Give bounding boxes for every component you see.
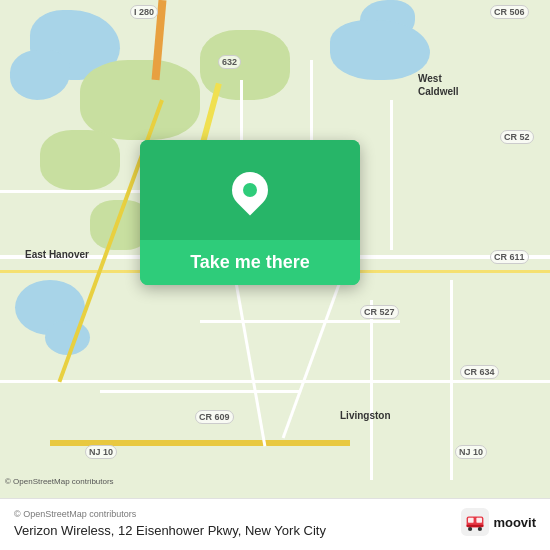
location-pin	[232, 172, 268, 208]
moovit-icon	[461, 508, 489, 536]
pin-circle	[225, 165, 276, 216]
moovit-text: moovit	[493, 515, 536, 530]
svg-rect-2	[468, 518, 474, 523]
road-label-cr611: CR 611	[490, 250, 529, 264]
road-label-nj10-2: NJ 10	[455, 445, 487, 459]
road-label-632: 632	[218, 55, 241, 69]
park-area	[80, 60, 200, 140]
road-label-cr634: CR 634	[460, 365, 499, 379]
road-label-nj10-1: NJ 10	[85, 445, 117, 459]
svg-rect-6	[467, 525, 484, 527]
map-container: I 280 632 CR 506 CR 613 CR 52 CR 527 CR …	[0, 0, 550, 550]
road-label-cr527: CR 527	[360, 305, 399, 319]
road-label-cr506: CR 506	[490, 5, 529, 19]
park-area	[40, 130, 120, 190]
bottom-bar: © OpenStreetMap contributors Verizon Wir…	[0, 498, 550, 550]
take-me-there-button[interactable]: Take me there	[190, 252, 310, 273]
card-map-area	[140, 140, 360, 240]
action-card: Take me there	[140, 140, 360, 285]
moovit-logo: moovit	[461, 508, 536, 536]
svg-rect-3	[477, 518, 483, 523]
road-label-i280: I 280	[130, 5, 158, 19]
road-label-cr52: CR 52	[500, 130, 534, 144]
water-body	[45, 320, 90, 355]
road-cr609	[100, 390, 300, 393]
card-button-area[interactable]: Take me there	[140, 240, 360, 285]
svg-point-5	[478, 527, 482, 531]
road-horizontal	[0, 380, 550, 383]
copyright-text: © OpenStreetMap contributors	[14, 509, 536, 519]
map-attribution: © OpenStreetMap contributors	[5, 477, 114, 486]
address-text: Verizon Wireless, 12 Eisenhower Pkwy, Ne…	[14, 523, 536, 538]
road-label-cr609: CR 609	[195, 410, 234, 424]
road-cr527	[370, 300, 373, 480]
svg-point-4	[468, 527, 472, 531]
pin-inner	[243, 183, 257, 197]
road-vertical	[390, 100, 393, 250]
